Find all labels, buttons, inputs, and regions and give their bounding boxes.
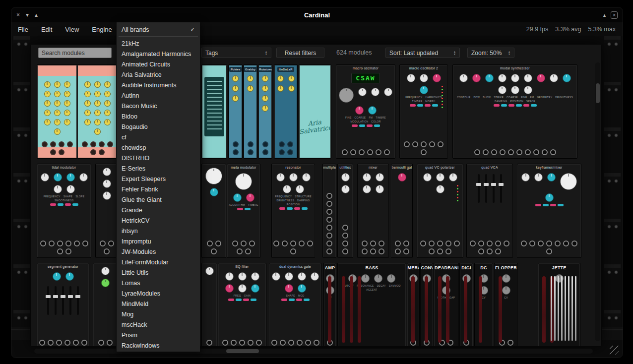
brand-menu-item[interactable]: ihtsyn: [117, 226, 200, 236]
brand-menu-item[interactable]: Amalgamated Harmonics: [117, 49, 200, 59]
module-card[interactable]: Pokies: [228, 64, 243, 159]
brand-menu-item[interactable]: E-Series: [117, 163, 200, 174]
module-card[interactable]: MERA: [407, 263, 420, 347]
brand-menu-item[interactable]: Fehler Fabrik: [117, 184, 200, 194]
module-card[interactable]: utilities: [337, 164, 353, 258]
patch-cable-icon: [446, 276, 449, 343]
brand-menu-item[interactable]: JW-Modules: [117, 246, 200, 257]
module-card[interactable]: DIGI: [459, 263, 473, 347]
close-icon[interactable]: ×: [16, 11, 20, 18]
zoom-select[interactable]: Zoom: 50% ▲▼: [467, 48, 514, 58]
brand-menu-item[interactable]: Bidoo: [117, 111, 200, 121]
pin-icon[interactable]: ▴: [603, 12, 606, 18]
label-chip: [287, 207, 293, 210]
label-chip: [228, 299, 234, 301]
knob-label: ENVMOD: [389, 284, 401, 287]
brand-menu-item[interactable]: Grande: [117, 205, 200, 215]
module-knobs: [96, 164, 118, 201]
horizontal-scrollbar-thumb[interactable]: [226, 349, 259, 353]
brand-menu-item[interactable]: Autinn: [117, 90, 200, 101]
module-card[interactable]: FLOPPERCV: [494, 263, 518, 347]
brand-menu-item[interactable]: DISTRHO: [117, 153, 200, 163]
sort-select[interactable]: Sort: Last updated ▲▼: [385, 48, 460, 58]
module-knobs: [77, 78, 117, 136]
brand-menu-item[interactable]: Expert Sleepers: [117, 174, 200, 184]
module-card[interactable]: [37, 64, 77, 159]
brand-menu-item[interactable]: chowdsp: [117, 142, 200, 153]
patch-cable-icon: [499, 276, 502, 343]
module-card[interactable]: [201, 164, 226, 258]
brand-menu-item[interactable]: 21kHz: [117, 38, 200, 49]
brand-menu-item[interactable]: All brands✓: [117, 24, 200, 35]
brand-menu-item[interactable]: Prism: [117, 330, 200, 340]
module-ports: [37, 139, 77, 158]
module-labels: FREQGAIN: [233, 294, 252, 298]
led-icon: [442, 101, 443, 102]
module-card[interactable]: modal synthesizerCONTOURBOWBLOWSTRIKECOA…: [452, 64, 577, 159]
module-card[interactable]: [95, 164, 118, 258]
module-card[interactable]: macro oscillatorCSAWFINECOARSEFMTIMBREMO…: [336, 64, 395, 159]
module-card[interactable]: [93, 263, 118, 347]
brand-menu-item[interactable]: Audible Instruments: [117, 80, 200, 90]
module-card[interactable]: AMPCV: [323, 263, 336, 347]
module-card[interactable]: bernoulli gate: [391, 164, 413, 258]
module-card[interactable]: dual dynamics gateSHAPEMOD: [269, 263, 321, 347]
jack-port-icon: [245, 248, 251, 254]
menubar-item-engine[interactable]: Engine: [85, 26, 118, 33]
brand-menu-item[interactable]: Impromptu: [117, 236, 200, 246]
module-card[interactable]: DEADBANDWIDTHGAP: [434, 263, 459, 347]
brand-menu-item[interactable]: Bogaudio: [117, 121, 200, 132]
brand-menu-item[interactable]: Glue the Giant: [117, 194, 200, 205]
module-card[interactable]: [77, 64, 118, 159]
tags-select[interactable]: Tags ▲▼: [201, 48, 271, 58]
brand-menu-item[interactable]: Little Utils: [117, 267, 200, 278]
module-card[interactable]: keyframer/mixer: [517, 164, 581, 258]
brand-menu-item[interactable]: Rackwindows: [117, 340, 200, 351]
brand-menu-item[interactable]: LyraeModules: [117, 288, 200, 299]
module-card[interactable]: DCCV: [474, 263, 493, 347]
module-card[interactable]: meta modulatorALGORITHMTIMBRE: [227, 164, 260, 258]
module-card[interactable]: JETTE: [538, 263, 580, 347]
module-card[interactable]: [201, 64, 227, 159]
module-card[interactable]: BASSCUTOFFRESONANCEDECAYENVMODACCENT: [337, 263, 406, 347]
module-card[interactable]: Aria Salvatrice: [299, 64, 331, 159]
menubar-item-view[interactable]: View: [59, 26, 85, 33]
module-card[interactable]: CONV: [420, 263, 433, 347]
brand-menu-item[interactable]: LifeFormModular: [117, 257, 200, 267]
module-card[interactable]: quad VCA: [466, 164, 513, 258]
jack-port-icon: [342, 233, 348, 239]
vertical-scrollbar-thumb[interactable]: [596, 83, 600, 103]
chevron-up-icon[interactable]: ▴: [35, 11, 38, 18]
chevron-down-icon[interactable]: ▾: [26, 11, 29, 18]
close-box-icon[interactable]: ×: [611, 11, 618, 19]
module-card[interactable]: quad VC-polarizer: [417, 164, 463, 258]
menubar-item-file[interactable]: File: [11, 26, 35, 33]
brand-menu-item[interactable]: Animated Circuits: [117, 59, 200, 69]
menubar-item-edit[interactable]: Edit: [35, 26, 59, 33]
module-card[interactable]: resonatorFREQUENCYSTRUCTUREBRIGHTNESSDAM…: [271, 164, 315, 258]
brand-menu-item[interactable]: mscHack: [117, 319, 200, 330]
module-card[interactable]: tidal modulatorFREQUENCYSHAPESLOPESMOOTH…: [37, 164, 91, 258]
brand-menu-item[interactable]: Lomas: [117, 278, 200, 288]
module-card[interactable]: mixer: [357, 164, 389, 258]
brand-menu-item[interactable]: Aria Salvatrice: [117, 69, 200, 80]
module-card[interactable]: EQ filterFREQGAIN: [218, 263, 266, 347]
module-card[interactable]: UnDuLaR: [274, 64, 298, 159]
module-card[interactable]: segment generator: [37, 263, 89, 347]
brand-menu-item[interactable]: Bacon Music: [117, 101, 200, 111]
module-card[interactable]: macro oscillator 2FREQUENCYHARMONICSTIMB…: [399, 64, 448, 159]
search-input[interactable]: [38, 48, 112, 58]
brand-menu-item[interactable]: Mog: [117, 309, 200, 319]
vertical-scrollbar[interactable]: [595, 62, 600, 341]
module-card[interactable]: Rotatoes: [258, 64, 272, 159]
module-card[interactable]: multiples: [322, 164, 336, 258]
module-card[interactable]: Grabby: [243, 64, 257, 159]
reset-filters-button[interactable]: Reset filters: [276, 48, 324, 58]
brand-menu-item[interactable]: cf: [117, 132, 200, 142]
resize-grip[interactable]: [610, 346, 619, 355]
module-card[interactable]: [201, 263, 217, 347]
knob-icon: [420, 74, 428, 82]
brand-menu-item[interactable]: HetrickCV: [117, 215, 200, 226]
brand-menu-item[interactable]: MindMeld: [117, 299, 200, 309]
brand-menu-item-label: Impromptu: [122, 238, 151, 245]
